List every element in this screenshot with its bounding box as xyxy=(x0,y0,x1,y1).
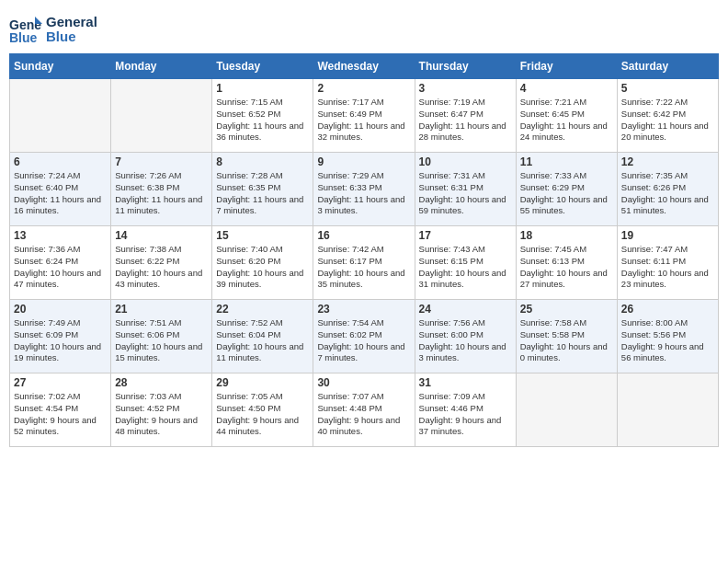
day-number: 15 xyxy=(216,229,309,242)
day-info: Sunrise: 7:40 AM Sunset: 6:20 PM Dayligh… xyxy=(216,244,309,291)
calendar-cell: 28Sunrise: 7:03 AM Sunset: 4:52 PM Dayli… xyxy=(111,373,212,447)
day-number: 25 xyxy=(520,303,613,316)
day-number: 12 xyxy=(621,155,714,168)
day-number: 13 xyxy=(14,229,107,242)
day-info: Sunrise: 7:21 AM Sunset: 6:45 PM Dayligh… xyxy=(520,97,613,144)
calendar-week-2: 6Sunrise: 7:24 AM Sunset: 6:40 PM Daylig… xyxy=(10,153,719,226)
day-number: 18 xyxy=(520,229,613,242)
day-info: Sunrise: 7:45 AM Sunset: 6:13 PM Dayligh… xyxy=(520,244,613,291)
day-number: 6 xyxy=(14,155,107,168)
day-info: Sunrise: 7:15 AM Sunset: 6:52 PM Dayligh… xyxy=(216,97,309,144)
day-number: 30 xyxy=(317,376,410,389)
day-number: 11 xyxy=(520,155,613,168)
calendar-week-1: 1Sunrise: 7:15 AM Sunset: 6:52 PM Daylig… xyxy=(10,79,719,153)
calendar-cell: 22Sunrise: 7:52 AM Sunset: 6:04 PM Dayli… xyxy=(212,300,313,373)
day-info: Sunrise: 7:42 AM Sunset: 6:17 PM Dayligh… xyxy=(317,244,410,291)
day-number: 1 xyxy=(216,82,309,95)
day-info: Sunrise: 7:36 AM Sunset: 6:24 PM Dayligh… xyxy=(14,244,107,291)
calendar-week-3: 13Sunrise: 7:36 AM Sunset: 6:24 PM Dayli… xyxy=(10,226,719,300)
calendar-cell: 18Sunrise: 7:45 AM Sunset: 6:13 PM Dayli… xyxy=(516,226,617,300)
calendar-cell: 11Sunrise: 7:33 AM Sunset: 6:29 PM Dayli… xyxy=(516,153,617,226)
calendar-cell: 21Sunrise: 7:51 AM Sunset: 6:06 PM Dayli… xyxy=(111,300,212,373)
calendar-cell: 6Sunrise: 7:24 AM Sunset: 6:40 PM Daylig… xyxy=(10,153,111,226)
calendar-cell: 10Sunrise: 7:31 AM Sunset: 6:31 PM Dayli… xyxy=(415,153,516,226)
day-info: Sunrise: 7:56 AM Sunset: 6:00 PM Dayligh… xyxy=(419,317,512,364)
day-number: 26 xyxy=(621,303,714,316)
day-info: Sunrise: 7:52 AM Sunset: 6:04 PM Dayligh… xyxy=(216,317,309,364)
day-number: 8 xyxy=(216,155,309,168)
calendar-cell: 25Sunrise: 7:58 AM Sunset: 5:58 PM Dayli… xyxy=(516,300,617,373)
calendar-cell: 8Sunrise: 7:28 AM Sunset: 6:35 PM Daylig… xyxy=(212,153,313,226)
day-number: 27 xyxy=(14,376,107,389)
weekday-header-tuesday: Tuesday xyxy=(212,54,313,79)
day-number: 21 xyxy=(115,303,208,316)
day-info: Sunrise: 7:22 AM Sunset: 6:42 PM Dayligh… xyxy=(621,97,714,144)
calendar-cell: 5Sunrise: 7:22 AM Sunset: 6:42 PM Daylig… xyxy=(617,79,718,153)
day-number: 10 xyxy=(419,155,512,168)
page-header: General Blue General Blue xyxy=(9,9,719,46)
logo-icon: General Blue xyxy=(9,13,42,46)
day-info: Sunrise: 7:17 AM Sunset: 6:49 PM Dayligh… xyxy=(317,97,410,144)
day-info: Sunrise: 7:26 AM Sunset: 6:38 PM Dayligh… xyxy=(115,170,208,217)
day-number: 4 xyxy=(520,82,613,95)
day-info: Sunrise: 7:29 AM Sunset: 6:33 PM Dayligh… xyxy=(317,170,410,217)
weekday-header-thursday: Thursday xyxy=(415,54,516,79)
day-info: Sunrise: 7:31 AM Sunset: 6:31 PM Dayligh… xyxy=(419,170,512,217)
day-number: 31 xyxy=(419,376,512,389)
day-number: 9 xyxy=(317,155,410,168)
weekday-header-monday: Monday xyxy=(111,54,212,79)
day-info: Sunrise: 7:51 AM Sunset: 6:06 PM Dayligh… xyxy=(115,317,208,364)
calendar-cell: 31Sunrise: 7:09 AM Sunset: 4:46 PM Dayli… xyxy=(415,373,516,447)
calendar-cell xyxy=(10,79,111,153)
calendar-table: SundayMondayTuesdayWednesdayThursdayFrid… xyxy=(9,53,719,447)
calendar-cell: 9Sunrise: 7:29 AM Sunset: 6:33 PM Daylig… xyxy=(313,153,415,226)
calendar-cell: 7Sunrise: 7:26 AM Sunset: 6:38 PM Daylig… xyxy=(111,153,212,226)
day-number: 29 xyxy=(216,376,309,389)
day-info: Sunrise: 7:49 AM Sunset: 6:09 PM Dayligh… xyxy=(14,317,107,364)
day-number: 28 xyxy=(115,376,208,389)
weekday-header-wednesday: Wednesday xyxy=(313,54,415,79)
calendar-cell: 15Sunrise: 7:40 AM Sunset: 6:20 PM Dayli… xyxy=(212,226,313,300)
calendar-cell: 4Sunrise: 7:21 AM Sunset: 6:45 PM Daylig… xyxy=(516,79,617,153)
day-number: 24 xyxy=(419,303,512,316)
day-number: 2 xyxy=(317,82,410,95)
calendar-header-row: SundayMondayTuesdayWednesdayThursdayFrid… xyxy=(10,54,719,79)
calendar-cell: 30Sunrise: 7:07 AM Sunset: 4:48 PM Dayli… xyxy=(313,373,415,447)
calendar-cell: 2Sunrise: 7:17 AM Sunset: 6:49 PM Daylig… xyxy=(313,79,415,153)
calendar-cell: 24Sunrise: 7:56 AM Sunset: 6:00 PM Dayli… xyxy=(415,300,516,373)
svg-text:Blue: Blue xyxy=(9,30,38,45)
day-info: Sunrise: 7:02 AM Sunset: 4:54 PM Dayligh… xyxy=(14,391,107,438)
calendar-cell xyxy=(617,373,718,447)
day-info: Sunrise: 7:54 AM Sunset: 6:02 PM Dayligh… xyxy=(317,317,410,364)
calendar-cell: 12Sunrise: 7:35 AM Sunset: 6:26 PM Dayli… xyxy=(617,153,718,226)
calendar-cell: 26Sunrise: 8:00 AM Sunset: 5:56 PM Dayli… xyxy=(617,300,718,373)
day-number: 20 xyxy=(14,303,107,316)
calendar-cell: 29Sunrise: 7:05 AM Sunset: 4:50 PM Dayli… xyxy=(212,373,313,447)
day-number: 22 xyxy=(216,303,309,316)
day-info: Sunrise: 7:43 AM Sunset: 6:15 PM Dayligh… xyxy=(419,244,512,291)
day-info: Sunrise: 7:19 AM Sunset: 6:47 PM Dayligh… xyxy=(419,97,512,144)
day-info: Sunrise: 7:07 AM Sunset: 4:48 PM Dayligh… xyxy=(317,391,410,438)
day-info: Sunrise: 7:38 AM Sunset: 6:22 PM Dayligh… xyxy=(115,244,208,291)
calendar-week-5: 27Sunrise: 7:02 AM Sunset: 4:54 PM Dayli… xyxy=(10,373,719,447)
day-info: Sunrise: 7:58 AM Sunset: 5:58 PM Dayligh… xyxy=(520,317,613,364)
day-info: Sunrise: 7:28 AM Sunset: 6:35 PM Dayligh… xyxy=(216,170,309,217)
logo-general: General xyxy=(46,15,97,30)
calendar-cell: 17Sunrise: 7:43 AM Sunset: 6:15 PM Dayli… xyxy=(415,226,516,300)
weekday-header-friday: Friday xyxy=(516,54,617,79)
calendar-cell: 16Sunrise: 7:42 AM Sunset: 6:17 PM Dayli… xyxy=(313,226,415,300)
day-info: Sunrise: 7:05 AM Sunset: 4:50 PM Dayligh… xyxy=(216,391,309,438)
day-info: Sunrise: 7:47 AM Sunset: 6:11 PM Dayligh… xyxy=(621,244,714,291)
day-number: 5 xyxy=(621,82,714,95)
day-number: 23 xyxy=(317,303,410,316)
calendar-cell: 3Sunrise: 7:19 AM Sunset: 6:47 PM Daylig… xyxy=(415,79,516,153)
logo: General Blue General Blue xyxy=(9,13,97,46)
calendar-cell: 19Sunrise: 7:47 AM Sunset: 6:11 PM Dayli… xyxy=(617,226,718,300)
weekday-header-saturday: Saturday xyxy=(617,54,718,79)
calendar-cell: 23Sunrise: 7:54 AM Sunset: 6:02 PM Dayli… xyxy=(313,300,415,373)
calendar-cell xyxy=(111,79,212,153)
day-number: 19 xyxy=(621,229,714,242)
day-info: Sunrise: 7:03 AM Sunset: 4:52 PM Dayligh… xyxy=(115,391,208,438)
day-number: 14 xyxy=(115,229,208,242)
day-info: Sunrise: 8:00 AM Sunset: 5:56 PM Dayligh… xyxy=(621,317,714,364)
